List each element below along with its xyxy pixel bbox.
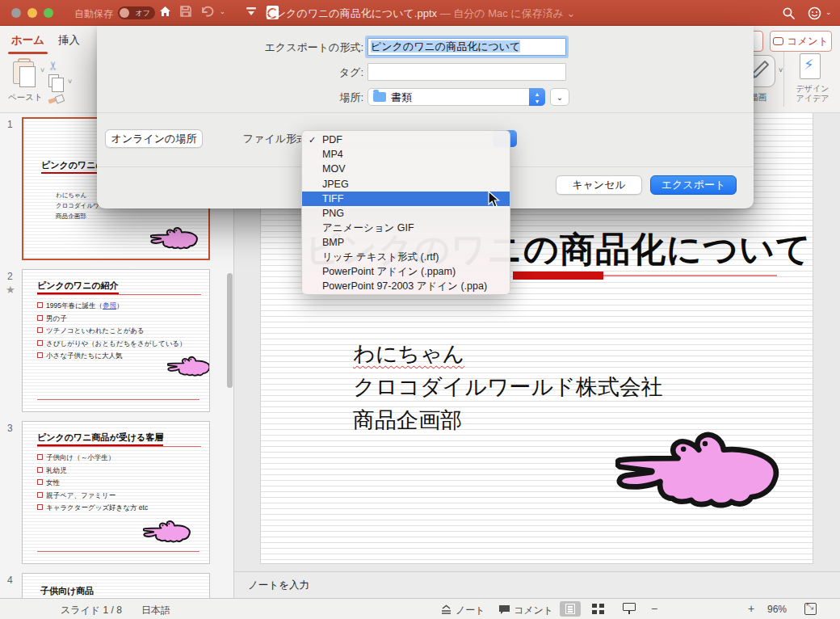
titlebar: 自動保存 オフ ⌄ ピンクのワニの商品化について.pptx — 自分の Mac … [0, 0, 840, 26]
menu-item--gif[interactable]: アニメーション GIF [302, 221, 510, 235]
thumb-number: 3 [7, 423, 13, 434]
slide-counter: スライド 1 / 8 [61, 604, 122, 617]
thumb-bullet: 親子ペア、ファミリー [37, 491, 116, 501]
hyperlink[interactable]: 参照 [103, 301, 116, 310]
file-format-menu: ✓PDFMP4MOVJPEGTIFFPNGアニメーション GIFBMPリッチ テ… [301, 130, 510, 295]
dialog-divider [97, 112, 754, 113]
copy-chevron-icon[interactable]: ˅ [68, 78, 72, 86]
thumb-bullet: キャラクターグッズ好きな方 etc [37, 503, 148, 513]
thumbnail-scrollbar[interactable] [227, 273, 233, 388]
slide-body-text[interactable]: わにちゃんクロコダイルワールド株式会社商品企画部 [353, 338, 663, 437]
menu-item-mp4[interactable]: MP4 [302, 147, 510, 162]
title-line-extension [37, 446, 201, 447]
slideshow-view-button[interactable] [623, 603, 636, 615]
thumb-number: 4 [7, 575, 13, 586]
cut-scissors-icon[interactable]: ✂ [46, 61, 61, 71]
menu-item-jpeg[interactable]: JPEG [302, 177, 510, 192]
ribbon-divider [783, 52, 784, 107]
slide-thumbnail-2[interactable]: ピンクのワニの紹介1995年春に誕生（参照）男の子ツチノコといわれたことがあるさ… [22, 269, 210, 412]
title-underline-thick [513, 272, 603, 280]
thumb-body-line: 商品企画部 [56, 213, 86, 221]
title-line-extension [37, 294, 201, 295]
toggle-notes-button[interactable]: ノート [440, 604, 485, 617]
menu-item-label: JPEG [322, 179, 349, 190]
zoom-in-button[interactable]: + [748, 602, 754, 615]
bullet-square-icon [37, 327, 43, 333]
menu-item-label: MP4 [322, 149, 343, 160]
menu-item-tiff[interactable]: TIFF [302, 192, 510, 206]
comments-icon [498, 604, 510, 617]
comments-button[interactable]: コメント [770, 31, 832, 52]
fit-slide-to-window-icon[interactable] [804, 603, 817, 615]
thumb-bullet: ツチノコといわれたことがある [37, 326, 145, 336]
menu-item-powerpoint-97-2003-ppa-[interactable]: PowerPoint 97-2003 アドイン (.ppa) [302, 280, 510, 294]
pink-crocodile-thumb [143, 518, 195, 545]
thumb-bullet: 男の子 [37, 314, 67, 324]
cancel-button[interactable]: キャンセル [556, 175, 642, 195]
mouse-cursor [488, 191, 502, 212]
tab-home[interactable]: ホーム [8, 31, 48, 50]
status-bar: スライド 1 / 8 日本語 ノート コメント − + 96% [0, 598, 840, 619]
notes-pane[interactable]: ノートを入力 [234, 571, 840, 598]
format-painter-icon[interactable] [48, 94, 63, 105]
paste-chevron-icon[interactable]: ˅ [40, 66, 44, 74]
thumb-bullet: 1995年春に誕生（参照） [37, 301, 124, 311]
notes-placeholder[interactable]: ノートを入力 [248, 579, 309, 592]
menu-item--rtf-[interactable]: リッチ テキスト形式 (.rtf) [302, 251, 510, 265]
menu-item-bmp[interactable]: BMP [302, 235, 510, 250]
bullet-square-icon [37, 479, 43, 485]
slide-thumbnail-4[interactable]: 子供向け商品 [22, 573, 210, 598]
thumb-number: 2 [7, 271, 13, 282]
menu-item-png[interactable]: PNG [302, 206, 510, 221]
lightning-icon: ⚡ [804, 56, 814, 74]
tab-insert[interactable]: 挿入 [55, 31, 83, 50]
smiley-chevron-icon[interactable]: ⌄ [825, 8, 832, 16]
pink-crocodile-image[interactable] [615, 424, 793, 517]
copy-icon[interactable] [48, 74, 59, 87]
language-indicator[interactable]: 日本語 [141, 604, 170, 617]
where-value: 書類 [391, 91, 412, 105]
menu-item-mov[interactable]: MOV [302, 162, 510, 176]
normal-view-button[interactable] [560, 601, 581, 617]
bullet-square-icon [37, 454, 43, 460]
pink-crocodile-thumb [150, 225, 202, 252]
powerpoint-window: 自動保存 オフ ⌄ ピンクのワニの商品化について.pptx — 自分の Mac … [0, 0, 840, 619]
feedback-smiley-icon[interactable] [808, 6, 821, 20]
slide-sorter-view-button[interactable] [592, 604, 605, 615]
thumb-number: 1 [7, 119, 13, 130]
menu-item-powerpoint-ppam-[interactable]: PowerPoint アドイン (.ppam) [302, 265, 510, 280]
thumb-footer-line [37, 399, 200, 400]
export-name-input[interactable]: ピンクのワニの商品化について [368, 38, 566, 56]
paste-icon[interactable] [13, 58, 37, 86]
toggle-comments-button[interactable]: コメント [498, 604, 553, 617]
slide-body-line: わにちゃん [353, 338, 663, 371]
draw-chevron-icon[interactable]: ˅ [779, 66, 783, 74]
slide-thumbnail-3[interactable]: ピンクのワニ商品が受ける客層子供向け（～小学生）乳幼児女性親子ペア、ファミリーキ… [22, 421, 210, 564]
menu-item-pdf[interactable]: ✓PDF [302, 133, 510, 147]
thumb-bullet: 乳幼児 [37, 466, 67, 476]
menu-item-label: アニメーション GIF [322, 221, 414, 235]
file-format-label: ファイル形式 [97, 132, 307, 146]
search-icon[interactable] [782, 6, 796, 20]
comment-bubble-icon [773, 37, 783, 45]
zoom-percentage[interactable]: 96% [767, 604, 787, 615]
menu-item-label: PowerPoint 97-2003 アドイン (.ppa) [322, 280, 487, 293]
menu-item-label: PNG [322, 208, 344, 219]
thumb-bullet: 小さな子供たちに大人気 [37, 352, 123, 361]
bullet-square-icon [37, 315, 43, 321]
where-stepper-icon[interactable]: ▲▼ [529, 88, 545, 106]
folder-icon [373, 92, 386, 102]
design-ideas-label: デザインアイデア [790, 84, 835, 103]
export-button[interactable]: エクスポート [650, 175, 737, 195]
where-expand-button[interactable]: ⌄ [550, 88, 569, 106]
tags-input[interactable] [368, 63, 566, 81]
pink-crocodile-thumb [167, 354, 210, 379]
design-ideas-button[interactable]: ⚡ デザインアイデア [787, 50, 837, 110]
menu-item-label: TIFF [322, 193, 343, 204]
thumb-footer-line [37, 551, 200, 552]
normal-view-icon [565, 604, 575, 614]
bullet-square-icon [37, 467, 43, 473]
bullet-square-icon [37, 504, 43, 510]
zoom-out-button[interactable]: − [651, 602, 657, 615]
where-popup[interactable]: 書類 ▲▼ [368, 88, 545, 106]
